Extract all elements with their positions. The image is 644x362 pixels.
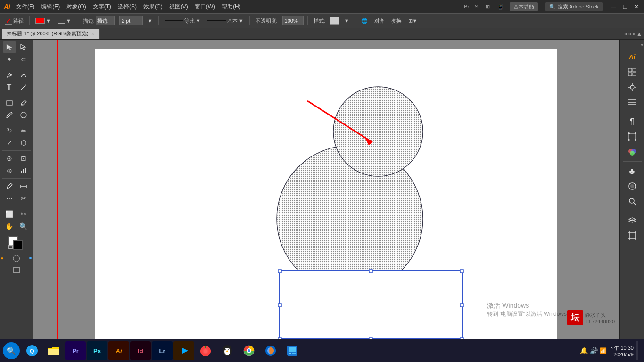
align-button[interactable]: 对齐 (372, 16, 387, 25)
symbol-tool[interactable]: ⊕ (3, 165, 16, 176)
taskbar-chrome[interactable] (239, 341, 259, 360)
pencil-tool[interactable] (17, 97, 30, 108)
zoom-tool[interactable]: 🔍 (17, 221, 30, 232)
maximize-button[interactable]: □ (621, 3, 629, 10)
reflect-tool[interactable]: ⇔ (17, 125, 30, 136)
taskbar-firefox[interactable] (260, 341, 281, 360)
taskbar-windows-explorer[interactable] (282, 341, 303, 360)
menu-object[interactable]: 对象(O) (64, 2, 89, 12)
scale-tool[interactable]: ⤢ (3, 137, 16, 148)
ai-panel-icon[interactable]: Ai (624, 50, 641, 64)
taskbar-file-manager[interactable] (43, 341, 64, 360)
scissors-tool[interactable]: ✂ (17, 208, 30, 220)
stroke-color[interactable]: ▼ (33, 17, 53, 25)
menu-file[interactable]: 文件(F) (13, 2, 37, 12)
panel-arrow-left[interactable]: « (640, 42, 643, 48)
warp-tool[interactable]: ⊛ (3, 153, 16, 164)
color-mode[interactable]: ● (0, 252, 9, 263)
collapse-arrow-2[interactable]: « (628, 31, 632, 37)
artboard-panel-icon[interactable] (624, 229, 641, 242)
device-icon[interactable]: 📱 (497, 4, 504, 10)
taskbar-illustrator[interactable]: Ai (108, 341, 129, 360)
taskbar-browser[interactable]: Q (22, 341, 42, 360)
search-stock[interactable]: 🔍 搜索 Adobe Stock (545, 2, 603, 11)
menu-select[interactable]: 选择(S) (115, 2, 140, 12)
shear-tool[interactable]: ⬡ (17, 137, 30, 148)
globe-icon[interactable]: 🌐 (359, 17, 370, 25)
stock-icon[interactable]: St (475, 4, 479, 9)
shape-dropdown[interactable]: ▼ (56, 17, 73, 25)
bridge-icon[interactable]: Br (464, 4, 469, 9)
paintbrush-tool[interactable] (3, 109, 16, 121)
workspace-switcher[interactable]: ⊞ (486, 4, 490, 10)
column-graph-tool[interactable] (17, 165, 30, 176)
line-tool[interactable] (17, 82, 30, 93)
transform-button[interactable]: 变换 (389, 16, 404, 25)
selection-tool[interactable] (3, 41, 16, 53)
eyedropper-tool[interactable] (3, 181, 16, 192)
collapse-arrow-1[interactable]: « (624, 31, 627, 37)
style-swatch[interactable] (330, 17, 339, 25)
menu-help[interactable]: 帮助(H) (219, 2, 244, 12)
eraser-tool[interactable]: ⬜ (3, 208, 16, 220)
measure-tool[interactable] (17, 181, 30, 192)
style-dropdown[interactable]: ▼ (342, 17, 351, 25)
slice-tool[interactable]: ✂ (17, 193, 30, 204)
minimize-button[interactable]: ─ (610, 3, 618, 10)
color-panel-icon[interactable] (624, 145, 641, 158)
stroke-type1[interactable]: 等比 ▼ (163, 16, 203, 25)
taskbar-mediaencoder[interactable] (173, 341, 194, 360)
tab-close-button[interactable]: × (91, 31, 95, 37)
color-swatches[interactable] (8, 236, 25, 251)
swatches-panel-icon[interactable]: ♣ (624, 165, 641, 178)
taskbar-photoshop[interactable]: Ps (87, 341, 107, 360)
tab-main[interactable]: 未标题-1* @ 200% (RGB/像素预览) × (2, 29, 100, 39)
layers-panel-icon[interactable] (624, 214, 641, 227)
menu-edit[interactable]: 编辑(E) (38, 2, 63, 12)
extra-icon[interactable]: ⊞▼ (406, 17, 420, 25)
hand-tool[interactable]: ✋ (3, 221, 16, 232)
menu-effect[interactable]: 效果(C) (140, 2, 165, 12)
type-tool[interactable]: T (3, 82, 16, 93)
lines-panel-icon[interactable] (624, 96, 641, 109)
taskbar-penguin[interactable] (217, 341, 238, 360)
collapse-arrow-3[interactable]: « (632, 31, 636, 37)
screen-mode-button[interactable] (10, 264, 23, 276)
blend-tool[interactable]: ⋯ (3, 193, 16, 204)
taskbar-indesign[interactable]: Id (130, 341, 151, 360)
taskbar-lightroom[interactable]: Lr (152, 341, 173, 360)
opacity-input[interactable] (282, 16, 304, 25)
lasso-tool[interactable]: ⊂ (17, 54, 30, 65)
show-desktop-button[interactable] (636, 341, 638, 360)
link-panel-icon[interactable] (624, 195, 641, 208)
blob-brush-tool[interactable] (17, 109, 30, 121)
canvas-area[interactable]: 激活 Windows 转到"电脑设置"以激活 Windows。 坛 静水丫头 I… (33, 40, 619, 349)
rectangle-tool[interactable] (3, 97, 16, 108)
transform-panel-icon[interactable] (624, 130, 641, 143)
stroke-type2[interactable]: 基本 ▼ (206, 16, 246, 25)
taskbar-fruit[interactable] (195, 341, 216, 360)
workspace-label[interactable]: 基本功能 (510, 2, 538, 11)
taskbar-premiere[interactable]: Pr (65, 341, 86, 360)
none-mode[interactable]: ◯ (10, 252, 23, 263)
grid-panel-icon[interactable] (624, 66, 641, 79)
menu-window[interactable]: 窗口(W) (192, 2, 218, 12)
interpolation-dropdown[interactable]: 描边: (81, 15, 116, 26)
paint-panel-icon[interactable] (624, 180, 641, 193)
taskbar-search[interactable]: 🔍 (3, 342, 20, 359)
right-panel-top-arrows: « (620, 41, 644, 49)
close-button[interactable]: ✕ (633, 3, 640, 10)
rotate-tool[interactable]: ↻ (3, 125, 16, 136)
pen-tool[interactable] (3, 69, 16, 81)
paragraph-panel-icon[interactable]: ¶ (624, 115, 641, 128)
direct-selection-tool[interactable] (17, 41, 30, 53)
free-transform-tool[interactable]: ⊡ (17, 153, 30, 164)
collapse-arrow-4[interactable]: ▲ (636, 31, 642, 37)
menu-text[interactable]: 文字(T) (90, 2, 114, 12)
menu-view[interactable]: 视图(V) (166, 2, 191, 12)
stroke-size-input[interactable] (119, 16, 143, 25)
sunburst-panel-icon[interactable] (624, 81, 641, 94)
curvature-tool[interactable] (17, 69, 30, 81)
stroke-size-dropdown[interactable]: ▼ (146, 17, 155, 25)
magic-wand-tool[interactable]: ✦ (3, 54, 16, 65)
